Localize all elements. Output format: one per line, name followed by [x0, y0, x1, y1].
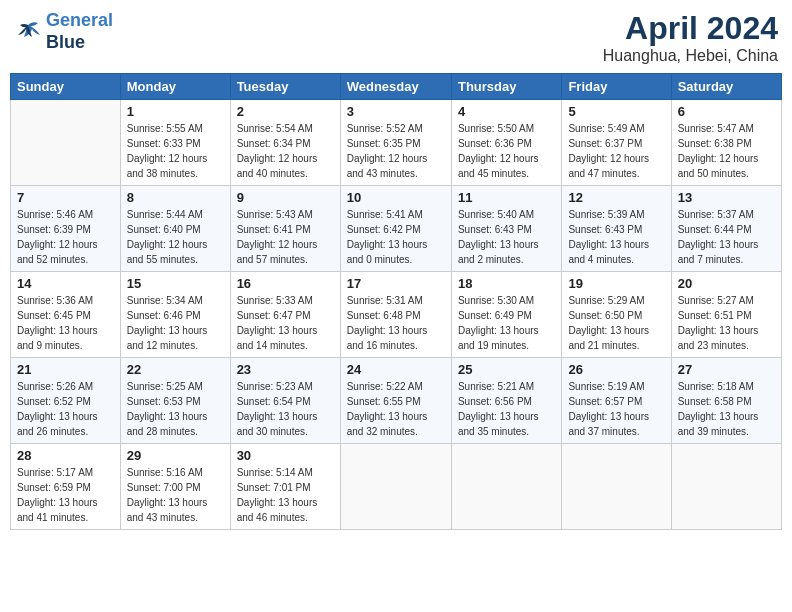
day-number: 10 — [347, 190, 445, 205]
calendar-cell: 11Sunrise: 5:40 AMSunset: 6:43 PMDayligh… — [451, 186, 561, 272]
calendar-header-row: SundayMondayTuesdayWednesdayThursdayFrid… — [11, 74, 782, 100]
day-info: Sunrise: 5:40 AMSunset: 6:43 PMDaylight:… — [458, 207, 555, 267]
day-number: 19 — [568, 276, 664, 291]
day-number: 1 — [127, 104, 224, 119]
day-info: Sunrise: 5:49 AMSunset: 6:37 PMDaylight:… — [568, 121, 664, 181]
day-info: Sunrise: 5:34 AMSunset: 6:46 PMDaylight:… — [127, 293, 224, 353]
calendar-cell: 12Sunrise: 5:39 AMSunset: 6:43 PMDayligh… — [562, 186, 671, 272]
day-number: 22 — [127, 362, 224, 377]
calendar-cell: 5Sunrise: 5:49 AMSunset: 6:37 PMDaylight… — [562, 100, 671, 186]
calendar-cell — [451, 444, 561, 530]
calendar-cell: 28Sunrise: 5:17 AMSunset: 6:59 PMDayligh… — [11, 444, 121, 530]
title-block: April 2024 Huanghua, Hebei, China — [603, 10, 778, 65]
day-info: Sunrise: 5:17 AMSunset: 6:59 PMDaylight:… — [17, 465, 114, 525]
calendar-cell: 15Sunrise: 5:34 AMSunset: 6:46 PMDayligh… — [120, 272, 230, 358]
calendar-cell: 19Sunrise: 5:29 AMSunset: 6:50 PMDayligh… — [562, 272, 671, 358]
day-number: 24 — [347, 362, 445, 377]
calendar-cell: 29Sunrise: 5:16 AMSunset: 7:00 PMDayligh… — [120, 444, 230, 530]
day-info: Sunrise: 5:36 AMSunset: 6:45 PMDaylight:… — [17, 293, 114, 353]
day-number: 15 — [127, 276, 224, 291]
logo-icon — [14, 21, 42, 43]
calendar-week-row: 21Sunrise: 5:26 AMSunset: 6:52 PMDayligh… — [11, 358, 782, 444]
day-number: 13 — [678, 190, 775, 205]
calendar-cell: 21Sunrise: 5:26 AMSunset: 6:52 PMDayligh… — [11, 358, 121, 444]
calendar-cell: 2Sunrise: 5:54 AMSunset: 6:34 PMDaylight… — [230, 100, 340, 186]
calendar-cell: 23Sunrise: 5:23 AMSunset: 6:54 PMDayligh… — [230, 358, 340, 444]
calendar-cell: 22Sunrise: 5:25 AMSunset: 6:53 PMDayligh… — [120, 358, 230, 444]
weekday-header-friday: Friday — [562, 74, 671, 100]
day-number: 12 — [568, 190, 664, 205]
day-info: Sunrise: 5:39 AMSunset: 6:43 PMDaylight:… — [568, 207, 664, 267]
day-number: 11 — [458, 190, 555, 205]
day-number: 14 — [17, 276, 114, 291]
day-info: Sunrise: 5:30 AMSunset: 6:49 PMDaylight:… — [458, 293, 555, 353]
day-number: 4 — [458, 104, 555, 119]
day-number: 30 — [237, 448, 334, 463]
weekday-header-wednesday: Wednesday — [340, 74, 451, 100]
day-number: 20 — [678, 276, 775, 291]
calendar-cell: 1Sunrise: 5:55 AMSunset: 6:33 PMDaylight… — [120, 100, 230, 186]
day-number: 21 — [17, 362, 114, 377]
day-number: 16 — [237, 276, 334, 291]
day-info: Sunrise: 5:43 AMSunset: 6:41 PMDaylight:… — [237, 207, 334, 267]
calendar-cell — [671, 444, 781, 530]
calendar-cell: 26Sunrise: 5:19 AMSunset: 6:57 PMDayligh… — [562, 358, 671, 444]
day-info: Sunrise: 5:46 AMSunset: 6:39 PMDaylight:… — [17, 207, 114, 267]
location-title: Huanghua, Hebei, China — [603, 47, 778, 65]
logo: GeneralBlue — [14, 10, 113, 53]
page-header: GeneralBlue April 2024 Huanghua, Hebei, … — [10, 10, 782, 65]
calendar-cell: 18Sunrise: 5:30 AMSunset: 6:49 PMDayligh… — [451, 272, 561, 358]
day-info: Sunrise: 5:37 AMSunset: 6:44 PMDaylight:… — [678, 207, 775, 267]
calendar-cell: 16Sunrise: 5:33 AMSunset: 6:47 PMDayligh… — [230, 272, 340, 358]
day-number: 7 — [17, 190, 114, 205]
day-number: 23 — [237, 362, 334, 377]
day-info: Sunrise: 5:50 AMSunset: 6:36 PMDaylight:… — [458, 121, 555, 181]
calendar-cell: 20Sunrise: 5:27 AMSunset: 6:51 PMDayligh… — [671, 272, 781, 358]
calendar-cell: 17Sunrise: 5:31 AMSunset: 6:48 PMDayligh… — [340, 272, 451, 358]
calendar-cell: 4Sunrise: 5:50 AMSunset: 6:36 PMDaylight… — [451, 100, 561, 186]
day-info: Sunrise: 5:21 AMSunset: 6:56 PMDaylight:… — [458, 379, 555, 439]
calendar-body: 1Sunrise: 5:55 AMSunset: 6:33 PMDaylight… — [11, 100, 782, 530]
calendar-cell: 25Sunrise: 5:21 AMSunset: 6:56 PMDayligh… — [451, 358, 561, 444]
day-info: Sunrise: 5:41 AMSunset: 6:42 PMDaylight:… — [347, 207, 445, 267]
day-info: Sunrise: 5:29 AMSunset: 6:50 PMDaylight:… — [568, 293, 664, 353]
calendar-cell — [11, 100, 121, 186]
day-number: 18 — [458, 276, 555, 291]
day-info: Sunrise: 5:18 AMSunset: 6:58 PMDaylight:… — [678, 379, 775, 439]
calendar-cell: 3Sunrise: 5:52 AMSunset: 6:35 PMDaylight… — [340, 100, 451, 186]
calendar-week-row: 1Sunrise: 5:55 AMSunset: 6:33 PMDaylight… — [11, 100, 782, 186]
calendar-table: SundayMondayTuesdayWednesdayThursdayFrid… — [10, 73, 782, 530]
calendar-week-row: 7Sunrise: 5:46 AMSunset: 6:39 PMDaylight… — [11, 186, 782, 272]
day-number: 25 — [458, 362, 555, 377]
day-info: Sunrise: 5:14 AMSunset: 7:01 PMDaylight:… — [237, 465, 334, 525]
calendar-week-row: 28Sunrise: 5:17 AMSunset: 6:59 PMDayligh… — [11, 444, 782, 530]
calendar-cell: 14Sunrise: 5:36 AMSunset: 6:45 PMDayligh… — [11, 272, 121, 358]
calendar-cell — [562, 444, 671, 530]
day-info: Sunrise: 5:55 AMSunset: 6:33 PMDaylight:… — [127, 121, 224, 181]
day-number: 29 — [127, 448, 224, 463]
weekday-header-tuesday: Tuesday — [230, 74, 340, 100]
day-info: Sunrise: 5:47 AMSunset: 6:38 PMDaylight:… — [678, 121, 775, 181]
month-title: April 2024 — [603, 10, 778, 47]
day-number: 17 — [347, 276, 445, 291]
calendar-cell: 30Sunrise: 5:14 AMSunset: 7:01 PMDayligh… — [230, 444, 340, 530]
day-number: 5 — [568, 104, 664, 119]
day-info: Sunrise: 5:26 AMSunset: 6:52 PMDaylight:… — [17, 379, 114, 439]
day-info: Sunrise: 5:25 AMSunset: 6:53 PMDaylight:… — [127, 379, 224, 439]
weekday-header-sunday: Sunday — [11, 74, 121, 100]
day-info: Sunrise: 5:54 AMSunset: 6:34 PMDaylight:… — [237, 121, 334, 181]
calendar-cell: 6Sunrise: 5:47 AMSunset: 6:38 PMDaylight… — [671, 100, 781, 186]
day-number: 6 — [678, 104, 775, 119]
day-info: Sunrise: 5:31 AMSunset: 6:48 PMDaylight:… — [347, 293, 445, 353]
day-number: 3 — [347, 104, 445, 119]
weekday-header-monday: Monday — [120, 74, 230, 100]
day-info: Sunrise: 5:19 AMSunset: 6:57 PMDaylight:… — [568, 379, 664, 439]
day-number: 9 — [237, 190, 334, 205]
day-info: Sunrise: 5:33 AMSunset: 6:47 PMDaylight:… — [237, 293, 334, 353]
calendar-week-row: 14Sunrise: 5:36 AMSunset: 6:45 PMDayligh… — [11, 272, 782, 358]
day-number: 27 — [678, 362, 775, 377]
calendar-cell: 8Sunrise: 5:44 AMSunset: 6:40 PMDaylight… — [120, 186, 230, 272]
day-info: Sunrise: 5:16 AMSunset: 7:00 PMDaylight:… — [127, 465, 224, 525]
day-number: 8 — [127, 190, 224, 205]
day-number: 2 — [237, 104, 334, 119]
